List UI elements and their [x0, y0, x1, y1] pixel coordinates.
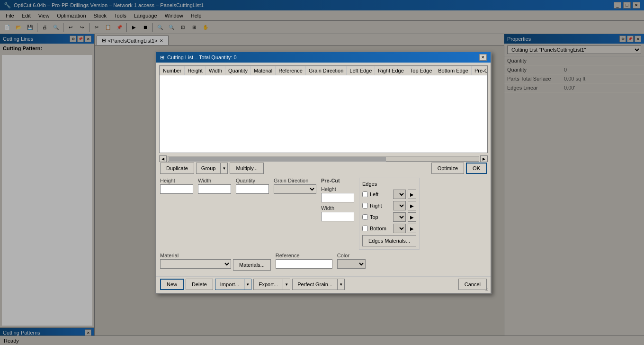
height-label: Height	[160, 178, 193, 183]
edges-title: Edges	[362, 181, 416, 187]
edge-bottom-label: Bottom	[370, 226, 391, 231]
horizontal-scrollbar[interactable]: ◀ ▶	[159, 155, 488, 163]
edge-top-label: Top	[370, 214, 391, 220]
optimize-btn[interactable]: Optimize	[431, 163, 464, 174]
height-input[interactable]	[160, 184, 193, 194]
form-group-height: Height	[160, 178, 193, 194]
col-width: Width	[206, 66, 225, 75]
cancel-btn[interactable]: Cancel	[458, 279, 487, 290]
pre-cut-height-input[interactable]	[321, 193, 354, 202]
export-btn[interactable]: Export...	[253, 279, 283, 290]
import-arrow-btn[interactable]: ▼	[244, 279, 251, 290]
col-left-edge: Left Edge	[347, 66, 375, 75]
group-btn[interactable]: Group	[196, 163, 221, 174]
group-arrow-btn[interactable]: ▼	[220, 163, 228, 174]
form-row-1: Height Width Quantity Grain Direction	[160, 178, 487, 250]
modal-title-bar: ⊞ Cutting List – Total Quantity: 0 ✕	[156, 52, 491, 63]
scroll-right-btn[interactable]: ▶	[480, 155, 488, 162]
pre-cut-height-label: Height	[321, 186, 354, 192]
quantity-input[interactable]	[236, 184, 269, 194]
modal-table: Number Height Width Quantity Material Re…	[160, 66, 488, 75]
bottom-left-buttons: New Delete Import... ▼ Export... ▼ Perfe…	[160, 279, 345, 290]
edge-right-btn[interactable]: ▶	[408, 201, 416, 210]
new-btn[interactable]: New	[160, 279, 184, 290]
color-select[interactable]	[337, 259, 366, 269]
modal-overlay: ⊞ Cutting List – Total Quantity: 0 ✕ Num…	[0, 0, 644, 345]
quantity-label: Quantity	[236, 178, 269, 183]
edge-right-label: Right	[370, 203, 391, 209]
cutting-list-modal: ⊞ Cutting List – Total Quantity: 0 ✕ Num…	[155, 51, 492, 294]
export-arrow-btn[interactable]: ▼	[283, 279, 290, 290]
ok-btn[interactable]: OK	[466, 163, 487, 174]
modal-top-buttons: Duplicate Group ▼ Multiply... Optimize O…	[156, 163, 491, 176]
reference-input[interactable]	[276, 259, 332, 269]
material-label: Material	[160, 253, 271, 258]
scroll-thumb	[169, 157, 386, 162]
perfect-grain-btn-split: Perfect Grain... ▼	[292, 279, 345, 290]
edge-top-checkbox[interactable]	[362, 214, 368, 220]
width-input[interactable]	[198, 184, 231, 194]
edge-bottom-checkbox[interactable]	[362, 226, 368, 231]
import-btn[interactable]: Import...	[215, 279, 244, 290]
form-group-material: Material Materials...	[160, 253, 271, 271]
grain-direction-select[interactable]	[274, 184, 316, 194]
group-btn-split: Group ▼	[196, 163, 228, 174]
form-row-2: Material Materials... Reference Color	[160, 253, 487, 271]
form-area: Height Width Quantity Grain Direction	[156, 176, 491, 274]
form-group-precut: Pre-Cut Height Width	[321, 178, 354, 221]
form-group-width: Width	[198, 178, 231, 194]
col-grain-direction: Grain Direction	[305, 66, 346, 75]
scroll-track[interactable]	[168, 156, 479, 162]
col-right-edge: Right Edge	[375, 66, 407, 75]
edge-bottom-btn[interactable]: ▶	[408, 224, 416, 233]
edge-row-top: Top ▶	[362, 212, 416, 222]
modal-title: Cutting List – Total Quantity: 0	[167, 54, 237, 60]
pre-cut-label: Pre-Cut	[321, 178, 354, 183]
col-quantity: Quantity	[225, 66, 251, 75]
form-group-quantity: Quantity	[236, 178, 269, 194]
edge-left-btn[interactable]: ▶	[408, 190, 416, 199]
edge-right-select[interactable]	[393, 201, 406, 210]
col-bottom-edge: Bottom Edge	[435, 66, 472, 75]
resize-grip[interactable]: ⊿	[485, 287, 489, 292]
grain-direction-label: Grain Direction	[274, 178, 316, 183]
form-group-color: Color	[337, 253, 366, 269]
export-btn-split: Export... ▼	[253, 279, 290, 290]
edge-left-checkbox[interactable]	[362, 191, 368, 197]
duplicate-btn[interactable]: Duplicate	[160, 163, 194, 174]
pre-cut-width-label: Width	[321, 205, 354, 211]
width-label: Width	[198, 178, 231, 183]
edge-top-btn[interactable]: ▶	[408, 212, 416, 222]
col-material: Material	[251, 66, 276, 75]
modal-icon: ⊞	[160, 54, 164, 61]
materials-btn[interactable]: Materials...	[233, 259, 271, 271]
reference-label: Reference	[276, 253, 332, 258]
edge-row-left: Left ▶	[362, 190, 416, 199]
edge-bottom-select[interactable]	[393, 224, 406, 233]
perfect-grain-btn[interactable]: Perfect Grain...	[292, 279, 337, 290]
edge-left-select[interactable]	[393, 190, 406, 199]
edge-row-right: Right ▶	[362, 201, 416, 210]
edge-top-select[interactable]	[393, 212, 406, 222]
delete-btn[interactable]: Delete	[186, 279, 213, 290]
col-pre-cut: Pre-Cut (H	[471, 66, 488, 75]
material-select[interactable]	[160, 259, 231, 269]
pre-cut-width-input[interactable]	[321, 212, 354, 221]
color-label: Color	[337, 253, 366, 258]
modal-table-container: Number Height Width Quantity Material Re…	[159, 65, 488, 153]
edge-row-bottom: Bottom ▶	[362, 224, 416, 233]
col-number: Number	[160, 66, 185, 75]
perfect-grain-arrow-btn[interactable]: ▼	[337, 279, 345, 290]
multiply-btn[interactable]: Multiply...	[230, 163, 264, 174]
col-reference: Reference	[276, 66, 306, 75]
form-group-grain: Grain Direction	[274, 178, 316, 194]
edge-right-checkbox[interactable]	[362, 203, 368, 209]
modal-close-btn[interactable]: ✕	[479, 54, 487, 61]
col-height: Height	[185, 66, 206, 75]
scroll-left-btn[interactable]: ◀	[159, 155, 167, 162]
import-btn-split: Import... ▼	[215, 279, 251, 290]
edges-materials-btn[interactable]: Edges Materials...	[362, 235, 416, 246]
bottom-right-buttons: Cancel	[458, 279, 487, 290]
edge-left-label: Left	[370, 191, 391, 197]
edges-section: Edges Left ▶ Right ▶	[359, 178, 420, 250]
